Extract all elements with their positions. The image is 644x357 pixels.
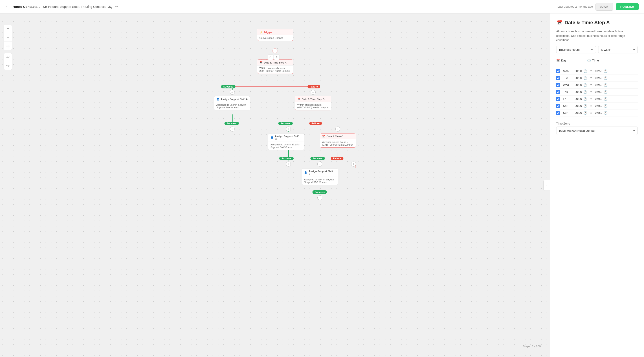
operator-select[interactable]: is within bbox=[598, 46, 638, 53]
panel-title-icon: 📅 bbox=[556, 20, 562, 25]
calendar-icon-c: 📅 bbox=[322, 135, 325, 138]
calendar-icon-b: 📅 bbox=[298, 98, 300, 100]
plus-btn-assign-b[interactable]: + bbox=[286, 162, 291, 166]
clock-to-icon-tue[interactable]: 🕐 bbox=[604, 76, 608, 80]
checkbox-mon[interactable] bbox=[556, 69, 560, 73]
undo-button[interactable]: ↩ bbox=[4, 53, 12, 61]
time-to-group-wed: 07:59 🕐 bbox=[595, 83, 608, 87]
clock-to-icon-wed[interactable]: 🕐 bbox=[604, 83, 608, 87]
time-to-group-tue: 07:59 🕐 bbox=[595, 76, 608, 80]
clock-from-icon-mon[interactable]: 🕐 bbox=[584, 69, 587, 73]
plus-btn-b-left[interactable]: + bbox=[286, 127, 291, 131]
clock-from-icon-thu[interactable]: 🕐 bbox=[584, 90, 587, 94]
header-right: Last updated 2 months ago SAVE PUBLISH bbox=[558, 3, 638, 10]
plus-btn-c-left[interactable]: + bbox=[318, 162, 322, 166]
checkbox-tue[interactable] bbox=[556, 76, 560, 80]
success-badge-5: Success bbox=[310, 156, 325, 160]
time-from-group-fri: 00:00 🕐 bbox=[575, 97, 587, 101]
fit-button[interactable]: ⊕ bbox=[4, 42, 12, 50]
checkbox-thu[interactable] bbox=[556, 90, 560, 94]
clock-from-icon-wed[interactable]: 🕐 bbox=[584, 83, 587, 87]
clock-from-icon-sat[interactable]: 🕐 bbox=[584, 104, 587, 108]
datetime-a-body: Within business hours - (GMT+08:00) Kual… bbox=[257, 65, 293, 74]
success-badge-6: Success bbox=[312, 190, 327, 194]
clock-to-icon-sun[interactable]: 🕐 bbox=[604, 111, 608, 115]
time-from-thu: 00:00 bbox=[575, 90, 582, 94]
clock-from-icon-fri[interactable]: 🕐 bbox=[584, 97, 587, 101]
save-button[interactable]: SAVE bbox=[596, 3, 613, 10]
header: ← Route Contacts... KB Inbound Support S… bbox=[0, 0, 644, 13]
history-controls: ↩ ↪ bbox=[4, 53, 12, 70]
redo-button[interactable]: ↪ bbox=[4, 62, 12, 70]
clock-to-icon-sat[interactable]: 🕐 bbox=[604, 104, 608, 108]
plus-btn-b-right[interactable]: + bbox=[335, 127, 340, 131]
flow-canvas[interactable]: + − ⊕ ↩ ↪ › Steps: 6 / 100 bbox=[0, 13, 550, 357]
checkbox-sat[interactable] bbox=[556, 104, 560, 108]
clock-from-icon-sun[interactable]: 🕐 bbox=[584, 111, 587, 115]
plus-btn-1[interactable]: + bbox=[272, 48, 278, 53]
plus-btn-c-right[interactable]: + bbox=[351, 162, 356, 166]
trigger-node[interactable]: ⚡ Trigger Conversation Opened bbox=[257, 29, 294, 41]
timezone-section: Time Zone (GMT+08:00) Kuala Lumpur bbox=[556, 122, 638, 135]
timezone-select[interactable]: (GMT+08:00) Kuala Lumpur bbox=[556, 127, 638, 135]
success-badge-2: Success bbox=[224, 121, 239, 125]
to-label-sun: to bbox=[590, 111, 592, 114]
clock-to-icon-mon[interactable]: 🕐 bbox=[604, 69, 608, 73]
datetime-c-label: Date & Time C bbox=[326, 135, 343, 138]
datetime-a-node[interactable]: 📅 Date & Time Step A Within business hou… bbox=[257, 59, 294, 74]
edit-icon[interactable]: ✏ bbox=[115, 4, 118, 9]
day-label-mon: Mon bbox=[563, 69, 572, 73]
day-row-fri: Fri 00:00 🕐 to 07:59 🕐 bbox=[556, 96, 638, 102]
datetime-b-body: Within business hours - (GMT+08:00) Kual… bbox=[295, 102, 331, 110]
assign-a-label: Assign Support Shift A bbox=[221, 98, 248, 100]
time-from-sun: 00:00 bbox=[575, 111, 582, 114]
time-from-fri: 00:00 bbox=[575, 97, 582, 100]
success-badge-3: Success bbox=[278, 121, 293, 125]
time-to-group-sun: 07:59 🕐 bbox=[595, 111, 608, 115]
plus-btn-assign-c[interactable]: + bbox=[318, 195, 322, 200]
panel-title-row: 📅 Date & Time Step A bbox=[556, 20, 638, 25]
calendar-icon: 📅 bbox=[260, 61, 263, 64]
datetime-a-label: Date & Time Step A bbox=[264, 61, 287, 64]
plus-btn-assign-a[interactable]: + bbox=[230, 127, 235, 131]
day-label-wed: Wed bbox=[563, 83, 572, 87]
time-from-group-mon: 00:00 🕐 bbox=[575, 69, 587, 73]
plus-btn-left-1[interactable]: + bbox=[230, 90, 235, 95]
time-from-group-sun: 00:00 🕐 bbox=[575, 111, 587, 115]
panel-title: Date & Time Step A bbox=[564, 20, 610, 25]
assign-c-node[interactable]: 👤 Assign Support Shift C Assigned to use… bbox=[302, 168, 338, 185]
datetime-c-body: Within business hours - (GMT+08:00) Kual… bbox=[320, 139, 356, 147]
datetime-b-label: Date & Time Step B bbox=[302, 98, 324, 100]
time-to-group-fri: 07:59 🕐 bbox=[595, 97, 608, 101]
publish-button[interactable]: PUBLISH bbox=[616, 3, 638, 10]
datetime-a-header: 📅 Date & Time Step A bbox=[257, 60, 293, 65]
zoom-out-button[interactable]: − bbox=[4, 33, 12, 41]
day-label-fri: Fri bbox=[563, 97, 572, 100]
clock-to-icon-fri[interactable]: 🕐 bbox=[604, 97, 608, 101]
assign-b-node[interactable]: 👤 Assign Support Shift B Assigned to use… bbox=[268, 133, 304, 150]
collapse-panel-button[interactable]: › bbox=[544, 180, 550, 191]
clock-from-icon-tue[interactable]: 🕐 bbox=[584, 76, 587, 80]
assign-a-node[interactable]: 👤 Assign Support Shift A Assigned to use… bbox=[214, 96, 250, 110]
assign-b-header: 👤 Assign Support Shift B bbox=[268, 133, 304, 142]
copy-node-button[interactable]: ⧉ bbox=[268, 54, 273, 60]
time-to-group-mon: 07:59 🕐 bbox=[595, 69, 608, 73]
condition-select[interactable]: Business Hours bbox=[556, 46, 596, 53]
datetime-b-node[interactable]: 📅 Date & Time Step B Within business hou… bbox=[295, 96, 331, 110]
back-button[interactable]: ← bbox=[6, 4, 10, 9]
checkbox-sun[interactable] bbox=[556, 111, 560, 115]
zoom-in-button[interactable]: + bbox=[4, 25, 12, 33]
person-icon-a: 👤 bbox=[216, 98, 220, 100]
delete-node-button[interactable]: 🗑 bbox=[274, 54, 280, 60]
checkbox-wed[interactable] bbox=[556, 83, 560, 87]
time-to-thu: 07:59 bbox=[595, 90, 602, 94]
trigger-node-body: Conversation Opened bbox=[257, 35, 293, 41]
time-to-mon: 07:59 bbox=[595, 69, 602, 73]
datetime-c-node[interactable]: 📅 Date & Time C Within business hours - … bbox=[320, 133, 356, 148]
header-subtitle: KB Inbound Support Setup-Routing Contact… bbox=[43, 5, 112, 8]
plus-btn-right-1[interactable]: + bbox=[311, 90, 316, 95]
checkbox-fri[interactable] bbox=[556, 97, 560, 101]
assign-a-body: Assigned to user in English Support Shif… bbox=[214, 102, 250, 110]
clock-to-icon-thu[interactable]: 🕐 bbox=[604, 90, 608, 94]
day-row-wed: Wed 00:00 🕐 to 07:59 🕐 bbox=[556, 82, 638, 89]
